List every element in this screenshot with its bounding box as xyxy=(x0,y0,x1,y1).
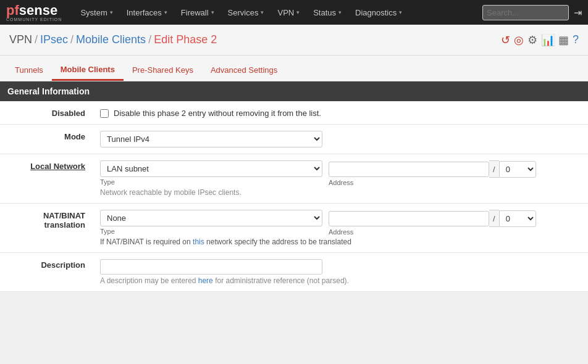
logout-icon[interactable]: ⇥ xyxy=(574,7,582,19)
nav-firewall-arrow: ▾ xyxy=(211,9,214,15)
nat-type-label: Type xyxy=(100,228,322,235)
nav-services[interactable]: Services ▾ xyxy=(222,4,271,21)
disabled-checkbox[interactable] xyxy=(100,109,109,118)
description-label: Description xyxy=(0,253,93,292)
mode-label: Mode xyxy=(0,125,93,154)
tab-advanced-settings[interactable]: Advanced Settings xyxy=(202,60,286,81)
nav-status-link[interactable]: Status ▾ xyxy=(307,4,348,21)
local-address-col: / 0 8 16 24 32 Address xyxy=(329,160,536,186)
nat-addr-sep: / xyxy=(489,210,499,227)
nat-binat-row: NAT/BINAT translation None Network Addre… xyxy=(0,204,588,253)
logo-pf: pf xyxy=(6,2,19,18)
tab-pre-shared-keys[interactable]: Pre-Shared Keys xyxy=(124,60,202,81)
disabled-row: Disabled Disable this phase 2 entry with… xyxy=(0,101,588,125)
breadcrumb-sep-1: / xyxy=(35,33,38,46)
chart-icon[interactable]: 📊 xyxy=(541,33,555,47)
mode-value-cell: Tunnel IPv4 Tunnel IPv6 Transport xyxy=(93,125,588,154)
tabs-bar: Tunnels Mobile Clients Pre-Shared Keys A… xyxy=(0,56,588,81)
local-network-row: Local Network LAN subnet Network Address… xyxy=(0,154,588,204)
nav-menu-list: System ▾ Interfaces ▾ Firewall ▾ Service… xyxy=(74,4,482,21)
disabled-checkbox-row: Disable this phase 2 entry without remov… xyxy=(100,107,581,118)
disabled-checkbox-label: Disable this phase 2 entry without remov… xyxy=(114,109,321,118)
description-help: A description may be entered here for ad… xyxy=(100,276,581,285)
nav-diagnostics[interactable]: Diagnostics ▾ xyxy=(349,4,408,21)
local-type-label: Type xyxy=(100,178,322,186)
section-header: General Information xyxy=(0,81,588,101)
disabled-label: Disabled xyxy=(0,101,93,125)
logo-edition: COMMUNITY EDITION xyxy=(6,17,62,22)
grid-icon[interactable]: ▦ xyxy=(558,33,569,47)
breadcrumb-sep-2: / xyxy=(70,33,74,46)
nav-vpn[interactable]: VPN ▾ xyxy=(271,4,306,21)
breadcrumb: VPN / IPsec / Mobile Clients / Edit Phas… xyxy=(9,33,217,46)
nav-status-arrow: ▾ xyxy=(338,9,342,15)
nav-interfaces-arrow: ▾ xyxy=(164,9,167,15)
local-type-col: LAN subnet Network Address Type xyxy=(100,160,322,186)
nav-interfaces[interactable]: Interfaces ▾ xyxy=(120,4,174,21)
local-network-label: Local Network xyxy=(0,154,93,204)
nat-address-input[interactable] xyxy=(329,211,489,226)
logo: pfsense COMMUNITY EDITION xyxy=(6,4,62,22)
local-type-select[interactable]: LAN subnet Network Address xyxy=(100,160,322,177)
local-addr-group: / 0 8 16 24 32 xyxy=(329,160,536,178)
local-network-help: Network reachable by mobile IPsec client… xyxy=(100,188,581,197)
nat-binat-value-cell: None Network Address Type / 0 8 xyxy=(93,204,588,253)
breadcrumb-vpn: VPN xyxy=(9,33,32,46)
top-navigation: pfsense COMMUNITY EDITION System ▾ Inter… xyxy=(0,0,588,25)
nav-diagnostics-link[interactable]: Diagnostics ▾ xyxy=(349,4,408,21)
nav-vpn-arrow: ▾ xyxy=(296,9,300,15)
tab-tunnels[interactable]: Tunnels xyxy=(6,60,52,81)
breadcrumb-current: Edit Phase 2 xyxy=(154,33,217,46)
nat-help-link[interactable]: this xyxy=(193,238,204,246)
nav-diagnostics-arrow: ▾ xyxy=(399,9,402,15)
local-addr-sep: / xyxy=(489,160,499,178)
local-address-label: Address xyxy=(329,179,536,186)
breadcrumb-bar: VPN / IPsec / Mobile Clients / Edit Phas… xyxy=(0,25,588,56)
nat-address-col: / 0 8 16 24 32 Address xyxy=(329,210,536,236)
mode-row: Mode Tunnel IPv4 Tunnel IPv6 Transport xyxy=(0,125,588,154)
logo-text: pfsense xyxy=(6,4,62,17)
nav-search-input[interactable] xyxy=(482,5,569,20)
disabled-value-cell: Disable this phase 2 entry without remov… xyxy=(93,101,588,125)
description-row: Description A description may be entered… xyxy=(0,253,588,292)
nav-interfaces-link[interactable]: Interfaces ▾ xyxy=(120,4,174,21)
nat-binat-help: If NAT/BINAT is required on this network… xyxy=(100,238,581,246)
description-help-link[interactable]: here xyxy=(198,276,213,285)
nav-firewall[interactable]: Firewall ▾ xyxy=(175,4,220,21)
circle-icon[interactable]: ◎ xyxy=(514,33,524,47)
nav-system-arrow: ▾ xyxy=(110,9,113,15)
nav-services-arrow: ▾ xyxy=(261,9,264,15)
nat-binat-label: NAT/BINAT translation xyxy=(0,204,93,253)
local-network-value-cell: LAN subnet Network Address Type / 0 xyxy=(93,154,588,204)
local-address-input[interactable] xyxy=(329,162,489,177)
nav-system-link[interactable]: System ▾ xyxy=(74,4,119,21)
nat-type-select[interactable]: None Network Address xyxy=(100,210,322,226)
nat-type-col: None Network Address Type xyxy=(100,210,322,235)
nat-binat-subnet-row: None Network Address Type / 0 8 xyxy=(100,210,581,236)
breadcrumb-icons: ↺ ◎ ⚙ 📊 ▦ ? xyxy=(501,33,579,47)
local-cidr-select[interactable]: 0 8 16 24 32 xyxy=(499,161,536,178)
tab-mobile-clients[interactable]: Mobile Clients xyxy=(52,60,124,81)
nav-firewall-link[interactable]: Firewall ▾ xyxy=(175,4,220,21)
nav-services-link[interactable]: Services ▾ xyxy=(222,4,271,21)
breadcrumb-sep-3: / xyxy=(148,33,151,46)
help-icon[interactable]: ? xyxy=(573,33,579,46)
mode-select[interactable]: Tunnel IPv4 Tunnel IPv6 Transport xyxy=(100,131,322,147)
description-input[interactable] xyxy=(100,259,322,275)
nat-address-label: Address xyxy=(329,228,536,236)
breadcrumb-mobile-clients-link[interactable]: Mobile Clients xyxy=(76,33,146,46)
nat-addr-group: / 0 8 16 24 32 xyxy=(329,210,536,227)
logo-sense: sense xyxy=(19,2,57,18)
nav-status[interactable]: Status ▾ xyxy=(307,4,348,21)
main-content: General Information Disabled Disable thi… xyxy=(0,81,588,292)
refresh-icon[interactable]: ↺ xyxy=(501,33,510,47)
settings-icon[interactable]: ⚙ xyxy=(527,33,537,47)
form-table: Disabled Disable this phase 2 entry with… xyxy=(0,101,588,292)
nav-system[interactable]: System ▾ xyxy=(74,4,119,21)
section-title: General Information xyxy=(7,86,90,96)
nat-cidr-select[interactable]: 0 8 16 24 32 xyxy=(499,210,536,227)
local-network-subnet-row: LAN subnet Network Address Type / 0 xyxy=(100,160,581,186)
description-value-cell: A description may be entered here for ad… xyxy=(93,253,588,292)
breadcrumb-ipsec-link[interactable]: IPsec xyxy=(40,33,68,46)
nav-vpn-link[interactable]: VPN ▾ xyxy=(271,4,306,21)
